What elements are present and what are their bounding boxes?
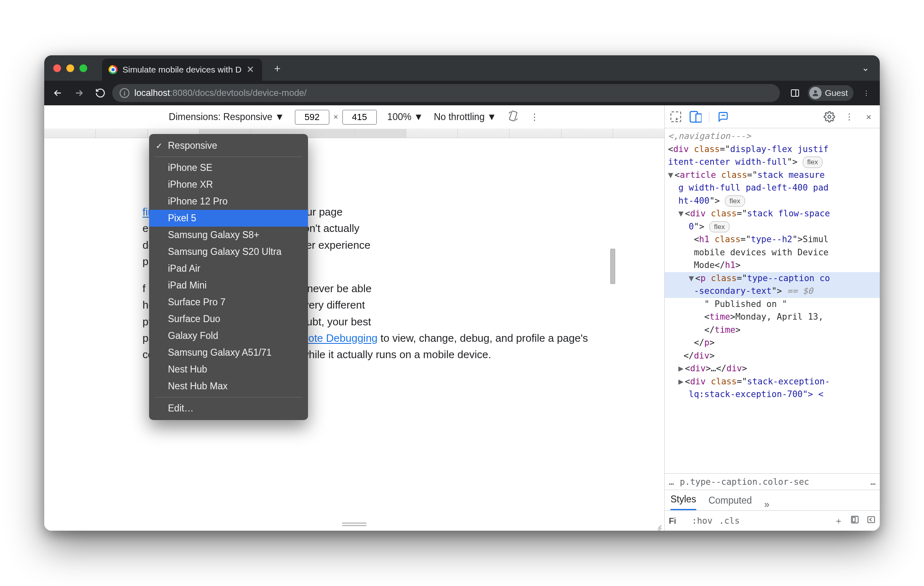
close-window-button[interactable]	[53, 64, 61, 72]
device-option[interactable]: iPad Mini	[149, 277, 308, 294]
vertical-scrollbar[interactable]	[610, 249, 615, 284]
throttling-dropdown[interactable]: No throttling ▼	[434, 111, 496, 123]
resize-handle-bottom[interactable]	[342, 522, 367, 527]
device-mode-viewport: Dimensions: Responsive ▼ × 100% ▼ No thr…	[44, 105, 665, 531]
svg-rect-9	[853, 518, 855, 522]
browser-tab[interactable]: Simulate mobile devices with D ✕	[102, 59, 262, 81]
device-option-edit[interactable]: Edit…	[149, 400, 308, 417]
device-option[interactable]: iPhone SE	[149, 159, 308, 176]
tab-overflow-icon[interactable]: ⌄	[862, 63, 873, 73]
resize-handle-corner[interactable]	[651, 518, 662, 528]
devtools-menu-icon[interactable]: ⋮	[843, 111, 855, 123]
viewport-size-inputs: ×	[295, 110, 377, 125]
settings-gear-icon[interactable]	[823, 111, 836, 123]
device-option[interactable]: Nest Hub Max	[149, 378, 308, 395]
toggle-rendering-icon[interactable]	[867, 515, 876, 526]
reload-button[interactable]	[91, 84, 110, 102]
fullscreen-window-button[interactable]	[79, 64, 87, 72]
styles-filter-bar: :hov .cls ＋	[665, 510, 880, 531]
cls-toggle[interactable]: .cls	[719, 516, 740, 526]
device-list-dropdown: Responsive iPhone SEiPhone XRiPhone 12 P…	[149, 134, 308, 420]
device-option[interactable]: Samsung Galaxy S8+	[149, 227, 308, 243]
site-info-icon[interactable]: i	[120, 88, 129, 98]
inspect-element-icon[interactable]	[670, 111, 682, 123]
close-tab-icon[interactable]: ✕	[247, 64, 254, 75]
device-option[interactable]: Nest Hub	[149, 361, 308, 378]
svg-rect-5	[696, 114, 702, 122]
avatar-icon	[809, 87, 822, 99]
caret-down-icon: ▼	[275, 111, 284, 123]
height-input[interactable]	[342, 110, 377, 125]
svg-rect-0	[791, 90, 799, 96]
device-option[interactable]: Surface Duo	[149, 311, 308, 327]
device-option[interactable]: iPad Air	[149, 260, 308, 277]
device-option-responsive[interactable]: Responsive	[149, 137, 308, 154]
device-option[interactable]: iPhone 12 Pro	[149, 193, 308, 210]
elements-tab-icon[interactable]	[717, 111, 729, 123]
profile-label: Guest	[825, 88, 848, 98]
device-toolbar: Dimensions: Responsive ▼ × 100% ▼ No thr…	[44, 105, 664, 129]
width-input[interactable]	[295, 110, 329, 125]
window-controls	[53, 64, 87, 72]
filter-input[interactable]	[669, 516, 685, 526]
breadcrumb-overflow-icon[interactable]: …	[669, 477, 674, 487]
elements-tree[interactable]: <,navigation---> <div class="display-fle…	[665, 128, 880, 473]
svg-point-2	[814, 90, 817, 93]
devtools-panel: ⋮ ✕ <,navigation---> <div class="display…	[665, 105, 880, 531]
breadcrumb[interactable]: p.type--caption.color-sec	[680, 477, 809, 487]
profile-button[interactable]: Guest	[808, 85, 854, 101]
close-devtools-icon[interactable]: ✕	[863, 111, 875, 123]
new-style-rule-icon[interactable]: ＋	[834, 515, 843, 527]
times-icon: ×	[333, 112, 338, 122]
device-option[interactable]: Pixel 5	[149, 210, 308, 227]
side-panel-icon[interactable]	[786, 84, 804, 102]
toggle-device-mode-icon[interactable]	[689, 111, 702, 123]
device-option[interactable]: Surface Pro 7	[149, 294, 308, 311]
styles-tabs: Styles Computed »	[665, 490, 880, 510]
more-tabs-icon[interactable]: »	[764, 499, 770, 510]
device-option[interactable]: Galaxy Fold	[149, 327, 308, 344]
titlebar: Simulate mobile devices with D ✕ ＋ ⌄	[44, 55, 880, 81]
minimize-window-button[interactable]	[66, 64, 74, 72]
device-option[interactable]: iPhone XR	[149, 176, 308, 193]
device-toolbar-menu-icon[interactable]: ⋮	[530, 112, 540, 123]
caret-down-icon: ▼	[487, 111, 496, 123]
tab-title: Simulate mobile devices with D	[122, 65, 242, 75]
zoom-dropdown[interactable]: 100% ▼	[387, 111, 424, 123]
device-option[interactable]: Samsung Galaxy S20 Ultra	[149, 243, 308, 260]
browser-toolbar: i localhost:8080/docs/devtools/device-mo…	[44, 81, 880, 105]
width-ruler[interactable]	[44, 129, 664, 138]
address-bar[interactable]: i localhost:8080/docs/devtools/device-mo…	[112, 84, 780, 102]
devtools-header: ⋮ ✕	[665, 105, 880, 128]
breadcrumb-bar[interactable]: … p.type--caption.color-sec …	[665, 473, 880, 490]
dimensions-dropdown[interactable]: Dimensions: Responsive ▼	[169, 111, 284, 123]
rendered-page[interactable]: # first-order approximation of how your …	[44, 138, 664, 531]
chrome-favicon	[109, 65, 118, 74]
styles-tab[interactable]: Styles	[670, 494, 696, 510]
url-text: localhost:8080/docs/devtools/device-mode…	[134, 88, 307, 98]
computed-styles-sidebar-icon[interactable]	[850, 515, 859, 526]
device-option[interactable]: Samsung Galaxy A51/71	[149, 344, 308, 361]
new-tab-button[interactable]: ＋	[269, 59, 286, 77]
rotate-icon[interactable]	[507, 110, 519, 125]
browser-window: Simulate mobile devices with D ✕ ＋ ⌄ i l…	[44, 55, 880, 531]
svg-point-7	[828, 115, 831, 118]
svg-rect-10	[868, 517, 875, 523]
caret-down-icon: ▼	[414, 111, 423, 123]
back-button[interactable]	[48, 84, 67, 102]
breadcrumb-overflow-icon[interactable]: …	[870, 477, 876, 487]
browser-menu-icon[interactable]: ⋮	[857, 84, 876, 102]
forward-button[interactable]	[70, 84, 88, 102]
computed-tab[interactable]: Computed	[709, 495, 752, 510]
hov-toggle[interactable]: :hov	[692, 516, 713, 526]
